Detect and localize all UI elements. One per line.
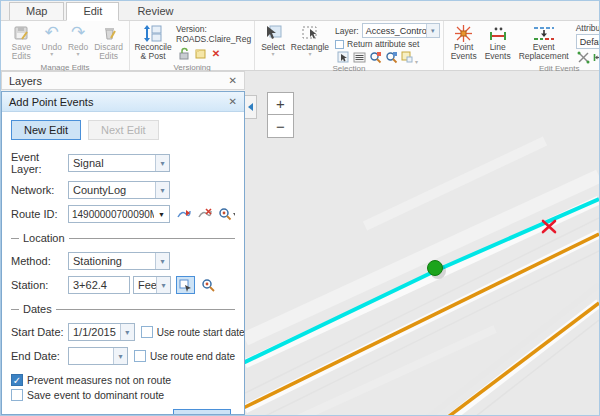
end-date-select[interactable]: ▾ [68, 347, 128, 365]
zoom-to-selection-icon[interactable] [368, 50, 382, 64]
select-features-icon[interactable] [336, 50, 350, 64]
layers-pane-header[interactable]: Layers ✕ [1, 71, 245, 90]
method-arrow-icon[interactable]: ▾ [155, 253, 169, 269]
map-canvas [245, 71, 599, 415]
save-dominant-checkbox[interactable] [11, 389, 23, 401]
version-lock-icon[interactable] [177, 46, 191, 60]
tab-edit[interactable]: Edit [66, 2, 119, 21]
method-select[interactable]: Stationing ▾ [68, 252, 170, 270]
add-point-events-close-icon[interactable]: ✕ [229, 96, 237, 107]
zoom-to-station-icon[interactable] [200, 277, 217, 293]
event-layer-arrow-icon[interactable]: ▾ [155, 155, 169, 171]
new-edit-button[interactable]: New Edit [11, 120, 81, 140]
selection-list-icon[interactable] [352, 50, 366, 64]
save-edits-button[interactable]: Save Edits [5, 22, 38, 63]
station-units-arrow-icon[interactable]: ▾ [156, 277, 170, 293]
layer-label: Layer: [335, 26, 359, 36]
ribbon: Save Edits ↶ Undo ▾ ↷ Redo ▾ Discard Edi… [1, 21, 599, 71]
save-icon [12, 23, 30, 43]
version-delete-icon[interactable]: ✕ [209, 46, 223, 60]
pan-to-selection-icon[interactable] [384, 50, 398, 64]
line-events-button[interactable]: Line Events [482, 22, 514, 63]
route-id-combo[interactable]: 14900000700090M01 ▼ [68, 205, 170, 223]
network-value: CountyLog [69, 184, 155, 196]
group-selection: Select ▾ Rectangle ▾ Layer: Access_Contr… [255, 21, 444, 70]
panel-collapse-tab[interactable] [245, 95, 257, 119]
add-point-events-title: Add Point Events [9, 96, 93, 108]
station-label: Station: [11, 279, 68, 291]
rectangle-select-button[interactable]: Rectangle ▾ [289, 22, 331, 57]
network-label: Network: [11, 184, 68, 196]
reconcile-icon [143, 23, 163, 43]
start-date-arrow-icon[interactable]: ▾ [120, 324, 134, 340]
return-attribute-set-checkbox[interactable] [335, 40, 344, 49]
end-date-label: End Date: [11, 350, 68, 362]
station-units-select[interactable]: Feet ▾ [133, 276, 171, 294]
select-button[interactable]: Select ▾ [259, 22, 287, 57]
prevent-measures-checkbox[interactable]: ✓ [11, 374, 23, 386]
zoom-to-route-icon[interactable] [218, 206, 235, 222]
event-replacement-label: Event Replacement [518, 43, 570, 62]
remove-route-icon[interactable] [197, 206, 214, 222]
undo-dropdown-icon[interactable]: ▾ [50, 52, 53, 56]
route-id-value: 14900000700090M01 [69, 209, 154, 220]
merge-events-icon[interactable] [593, 50, 600, 64]
group-versioning: Reconcile & Post Version: ROADS.Claire_R… [130, 21, 255, 70]
attribute-set-label: Attribute Set: [576, 23, 600, 33]
route-id-arrow-icon[interactable]: ▼ [154, 211, 169, 218]
orange-route-2[interactable] [448, 303, 599, 415]
redo-dropdown-icon[interactable]: ▾ [77, 52, 80, 56]
network-arrow-icon[interactable]: ▾ [155, 182, 169, 198]
add-point-events-body: New Edit Next Edit Event Layer: Signal ▾… [2, 112, 244, 415]
prevent-measures-label: Prevent measures not on route [27, 374, 171, 386]
use-route-end-date-checkbox[interactable] [134, 350, 146, 362]
zoom-out-button[interactable]: − [267, 115, 294, 138]
left-dock: Layers ✕ Add Point Events ✕ New Edit Nex… [1, 71, 245, 415]
app-window: Map Edit Review Save Edits ↶ Undo ▾ [0, 0, 600, 416]
route-id-label: Route ID: [11, 208, 68, 220]
network-select[interactable]: CountyLog ▾ [68, 181, 170, 199]
event-layer-select[interactable]: Signal ▾ [68, 154, 170, 172]
select-tool-icon [263, 23, 283, 43]
start-date-select[interactable]: 1/1/2015 ▾ [68, 323, 135, 341]
end-date-arrow-icon[interactable]: ▾ [113, 348, 127, 364]
event-replacement-button[interactable]: Event Replacement [516, 22, 572, 63]
point-events-button[interactable]: Point Events [448, 22, 480, 63]
redo-button[interactable]: ↷ Redo ▾ [66, 22, 90, 57]
reconcile-post-button[interactable]: Reconcile & Post [134, 22, 172, 63]
split-event-icon[interactable] [577, 50, 591, 64]
next-button[interactable]: Next > [173, 409, 231, 415]
undo-button[interactable]: ↶ Undo ▾ [40, 22, 64, 57]
discard-edits-button[interactable]: Discard Edits [92, 22, 125, 63]
layers-close-icon[interactable]: ✕ [229, 75, 237, 86]
layers-pane-title: Layers [9, 75, 42, 87]
trash-icon [100, 23, 118, 43]
use-route-start-date-checkbox[interactable] [141, 326, 153, 338]
dates-section-header: Dates [11, 303, 235, 315]
map-zoom-control: + − [267, 92, 294, 138]
line-events-icon [488, 23, 508, 43]
clear-selection-icon[interactable] [400, 50, 414, 64]
group-manage-edits: Save Edits ↶ Undo ▾ ↷ Redo ▾ Discard Edi… [1, 21, 130, 70]
select-dropdown-icon[interactable]: ▾ [271, 52, 274, 56]
station-value: 3+62.4 [69, 279, 129, 291]
pick-station-on-map-icon[interactable] [176, 276, 195, 294]
add-point-events-header[interactable]: Add Point Events ✕ [2, 92, 244, 112]
attribute-set-value: Default [577, 37, 600, 47]
save-dominant-label: Save event to dominant route [27, 389, 164, 401]
version-new-icon[interactable] [193, 46, 207, 60]
layer-select[interactable]: Access_Control ▾ [362, 23, 440, 38]
tab-map[interactable]: Map [9, 2, 64, 20]
select-route-on-map-icon[interactable] [175, 206, 192, 222]
event-layer-label: Event Layer: [11, 151, 68, 175]
next-edit-button[interactable]: Next Edit [88, 120, 159, 140]
attribute-set-select[interactable]: Default ▾ [576, 34, 600, 49]
rectangle-dropdown-icon[interactable]: ▾ [308, 52, 311, 56]
map-view[interactable]: + − [245, 71, 599, 415]
layer-select-arrow-icon[interactable]: ▾ [426, 24, 439, 37]
station-input[interactable]: 3+62.4 [68, 276, 130, 294]
point-event-marker[interactable] [428, 261, 443, 276]
start-date-value: 1/1/2015 [69, 326, 120, 338]
tab-review[interactable]: Review [121, 3, 189, 20]
zoom-in-button[interactable]: + [267, 92, 294, 115]
